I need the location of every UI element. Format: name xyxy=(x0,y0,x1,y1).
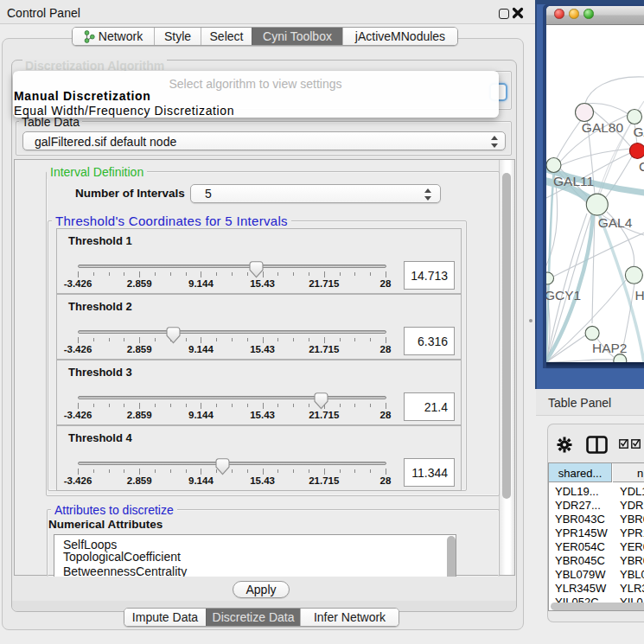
svg-text:GCY1: GCY1 xyxy=(546,288,581,303)
svg-text:HAP2: HAP2 xyxy=(592,341,628,355)
svg-text:GAL4: GAL4 xyxy=(598,215,633,230)
svg-text:GAL11: GAL11 xyxy=(553,174,594,188)
svg-text:H: H xyxy=(634,288,644,303)
svg-text:GA: GA xyxy=(634,124,644,139)
svg-text:GAL80: GAL80 xyxy=(582,120,624,135)
svg-text:C: C xyxy=(639,159,644,174)
